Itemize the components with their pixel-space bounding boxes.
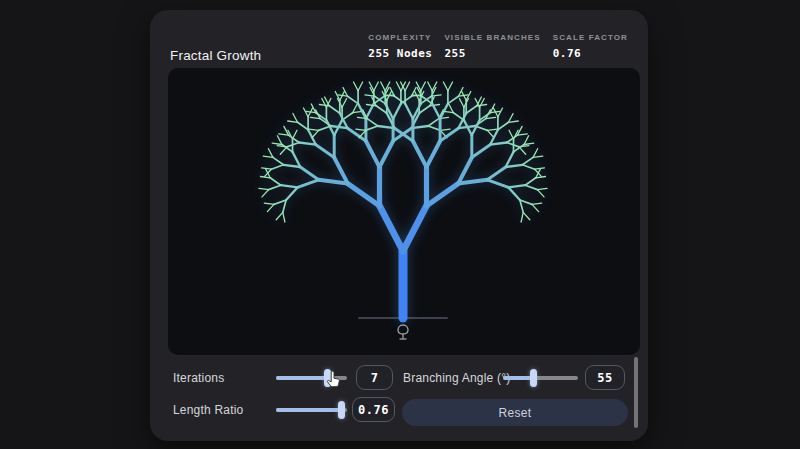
branching-angle-slider-fill — [503, 376, 533, 380]
stat-visible-branches: VISIBLE BRANCHES 255 — [444, 33, 540, 60]
stat-complexity-label: COMPLEXITY — [368, 33, 431, 42]
branching-angle-value-box[interactable]: 55 — [585, 365, 625, 390]
iterations-value-box[interactable]: 7 — [356, 365, 393, 390]
stat-complexity: COMPLEXITY 255 Nodes — [368, 33, 432, 60]
branching-angle-label: Branching Angle (°) — [403, 371, 510, 385]
stat-scale-factor-value: 0.76 — [553, 47, 582, 60]
length-ratio-slider-fill — [276, 408, 341, 412]
stat-visible-branches-value: 255 — [444, 47, 465, 60]
length-ratio-slider-thumb[interactable] — [338, 401, 345, 419]
length-ratio-label: Length Ratio — [173, 403, 243, 417]
stat-visible-branches-label: VISIBLE BRANCHES — [444, 33, 540, 42]
length-ratio-slider[interactable] — [276, 401, 347, 419]
stat-scale-factor: SCALE FACTOR 0.76 — [553, 33, 628, 60]
stat-scale-factor-label: SCALE FACTOR — [553, 33, 628, 42]
stat-complexity-value: 255 Nodes — [368, 47, 432, 60]
branching-angle-slider[interactable] — [503, 369, 578, 387]
app-title: Fractal Growth — [170, 48, 261, 63]
iterations-slider-fill — [276, 376, 327, 380]
reset-button[interactable]: Reset — [402, 399, 628, 426]
iterations-slider-thumb[interactable] — [324, 369, 331, 387]
branching-angle-slider-thumb[interactable] — [530, 369, 537, 387]
tree-icon — [395, 323, 411, 342]
fractal-app-card: Fractal Growth COMPLEXITY 255 Nodes VISI… — [150, 10, 648, 441]
iterations-label: Iterations — [173, 371, 224, 385]
controls-scrollbar[interactable] — [634, 357, 638, 428]
page-background: Fractal Growth COMPLEXITY 255 Nodes VISI… — [0, 0, 800, 449]
fractal-tree-svg — [168, 68, 640, 355]
fractal-canvas — [168, 68, 640, 355]
stats-bar: COMPLEXITY 255 Nodes VISIBLE BRANCHES 25… — [368, 33, 628, 60]
length-ratio-value-box[interactable]: 0.76 — [352, 397, 395, 422]
iterations-slider[interactable] — [276, 369, 347, 387]
